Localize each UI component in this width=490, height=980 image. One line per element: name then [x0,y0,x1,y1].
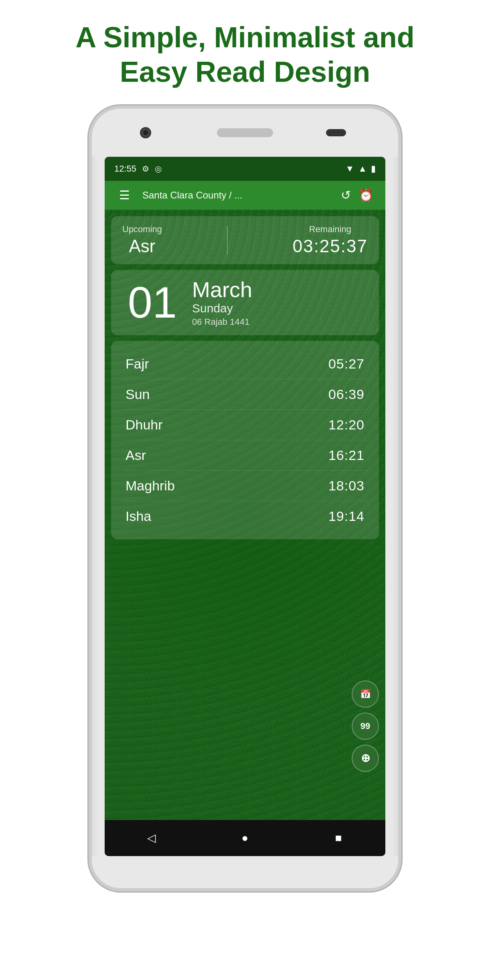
prayer-time: 18:03 [328,478,364,494]
main-content: Upcoming Asr Remaining 03:25:37 01 March… [105,210,385,820]
front-sensor [326,129,346,136]
upcoming-section: Upcoming Asr [122,224,162,256]
phone-speaker [217,128,273,137]
hijri-date: 06 Rajab 1441 [192,317,252,327]
remaining-section: Remaining 03:25:37 [293,224,368,256]
prayer-row: Isha19:14 [122,501,368,531]
month-name: March [192,278,252,302]
prayer-row: Dhuhr12:20 [122,410,368,440]
remaining-time: 03:25:37 [293,236,368,256]
upcoming-card: Upcoming Asr Remaining 03:25:37 [111,216,379,264]
prayer-name: Fajr [126,356,149,372]
prayer-time: 05:27 [328,356,364,372]
back-nav-icon: ◁ [147,831,156,844]
prayer-name: Maghrib [126,478,175,494]
prayer-name: Dhuhr [126,417,163,433]
status-time: 12:55 [114,164,136,174]
prayer-row: Maghrib18:03 [122,471,368,501]
phone-screen: 12:55 ⚙ ◎ ▼ ▲ ▮ ☰ Santa Clara County / .… [105,157,385,856]
refresh-icon: ↺ [341,188,351,202]
phone-top-bezel [92,109,398,157]
front-camera [140,127,151,138]
upcoming-label: Upcoming [122,224,162,235]
refresh-button[interactable]: ↺ [336,185,356,205]
app-toolbar: ☰ Santa Clara County / ... ↺ ⏰ [105,181,385,210]
home-nav-button[interactable]: ● [233,826,257,850]
calendar-fab-icon: 📅 [360,689,371,699]
status-bar: 12:55 ⚙ ◎ ▼ ▲ ▮ [105,157,385,181]
prayer-time: 06:39 [328,387,364,402]
alarm-button[interactable]: ⏰ [356,185,376,205]
remaining-label: Remaining [309,224,351,235]
date-card: 01 March Sunday 06 Rajab 1441 [111,270,379,335]
prayer-time: 19:14 [328,508,364,524]
prayer-time: 12:20 [328,417,364,433]
compass-fab-icon: ⊕ [361,751,370,765]
prayer-times-card: Fajr05:27Sun06:39Dhuhr12:20Asr16:21Maghr… [111,341,379,539]
vpn-status-icon: ◎ [155,164,162,174]
day-number: 01 [122,280,182,324]
back-nav-button[interactable]: ◁ [140,826,164,850]
card-divider [227,226,228,254]
prayer-row: Fajr05:27 [122,349,368,379]
status-left: 12:55 ⚙ ◎ [114,164,162,174]
phone-bottom-bezel [92,856,398,888]
recent-nav-button[interactable]: ■ [326,826,350,850]
fab-container: 📅 99 ⊕ [352,680,379,772]
status-right: ▼ ▲ ▮ [345,164,376,174]
count-label: 99 [360,721,370,731]
prayer-row: Asr16:21 [122,440,368,471]
day-name: Sunday [192,302,252,315]
prayer-name: Asr [126,447,146,463]
location-title: Santa Clara County / ... [142,190,328,201]
home-nav-icon: ● [242,832,249,844]
compass-fab-button[interactable]: ⊕ [352,745,379,772]
headline: A Simple, Minimalist and Easy Read Desig… [43,0,446,105]
menu-button[interactable]: ☰ [114,185,134,205]
settings-status-icon: ⚙ [142,164,149,174]
calendar-fab-button[interactable]: 📅 [352,680,379,708]
count-fab-button[interactable]: 99 [352,713,379,740]
battery-icon: ▮ [371,164,376,174]
prayer-time: 16:21 [328,447,364,463]
navigation-bar: ◁ ● ■ [105,820,385,856]
alarm-icon: ⏰ [358,188,373,202]
wifi-icon: ▼ [345,164,354,174]
phone-frame: 12:55 ⚙ ◎ ▼ ▲ ▮ ☰ Santa Clara County / .… [89,105,401,891]
prayer-row: Sun06:39 [122,379,368,410]
upcoming-prayer: Asr [129,236,156,256]
date-info: March Sunday 06 Rajab 1441 [192,278,252,327]
signal-icon: ▲ [358,164,367,174]
prayer-name: Sun [126,387,150,402]
recent-nav-icon: ■ [335,832,342,844]
prayer-name: Isha [126,508,151,524]
